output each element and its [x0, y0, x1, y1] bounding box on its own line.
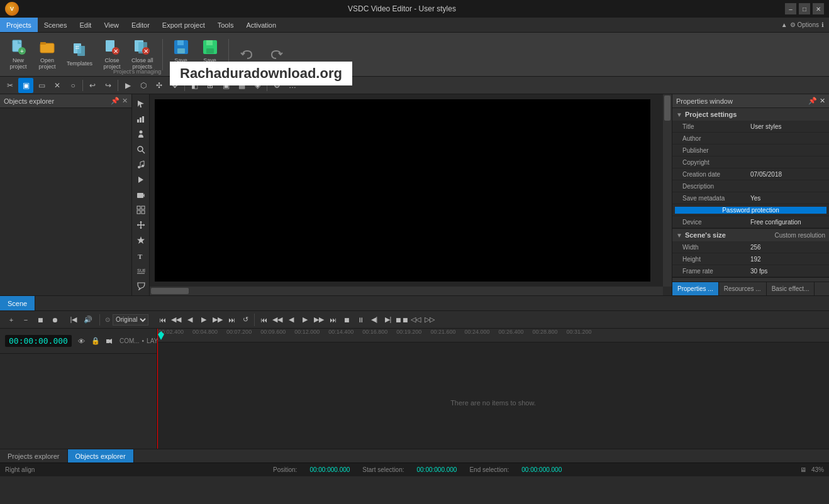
repeat-button[interactable]: ↺: [239, 314, 252, 326]
prop-height-value[interactable]: 192: [748, 256, 829, 263]
next-frame-button[interactable]: ▶▶: [211, 314, 224, 326]
pin-properties-button[interactable]: 📌: [808, 97, 817, 105]
close-button[interactable]: ✕: [813, 3, 824, 14]
save-project-button[interactable]: Saveproject: [168, 36, 194, 73]
delete-tool[interactable]: ✕: [50, 78, 65, 93]
step-prev[interactable]: ◀: [285, 314, 298, 326]
sidebar-star-tool[interactable]: [133, 233, 148, 247]
target-tool[interactable]: ◈: [250, 78, 265, 93]
record-button[interactable]: ⏺: [48, 314, 61, 326]
menu-view[interactable]: View: [97, 18, 125, 32]
password-protection-button[interactable]: Password protection: [675, 207, 826, 214]
play-from-start[interactable]: ⏮: [257, 314, 270, 326]
minimize-button[interactable]: –: [785, 3, 796, 14]
h-scrollbar[interactable]: [150, 287, 663, 295]
pause-btn[interactable]: ⏸: [354, 314, 367, 326]
step-back[interactable]: ◀◀: [271, 314, 284, 326]
play-end-button[interactable]: ⏭: [225, 314, 238, 326]
prop-title-value[interactable]: User styles: [748, 123, 829, 130]
step-end[interactable]: ⏭: [326, 314, 339, 326]
tab-basic-effects[interactable]: Basic effect...: [767, 282, 815, 295]
vol-btn[interactable]: 🔊: [82, 314, 94, 326]
new-project-button[interactable]: + Newproject: [5, 36, 31, 73]
menu-projects[interactable]: Projects: [0, 18, 38, 32]
sidebar-cursor-tool[interactable]: [133, 97, 148, 111]
close-objects-button[interactable]: ✕: [122, 97, 128, 105]
view-dropdown[interactable]: Original: [113, 314, 148, 326]
play-button[interactable]: ▶: [198, 314, 210, 326]
timeline-cursor-marker[interactable]: [157, 329, 165, 342]
undo-button[interactable]: [234, 36, 260, 73]
sidebar-chart-tool[interactable]: [133, 112, 148, 126]
menu-export[interactable]: Export project: [156, 18, 211, 32]
prop-framerate-value[interactable]: 30 fps: [748, 268, 829, 275]
grid-tool[interactable]: ⊞: [203, 78, 218, 93]
close-project-button[interactable]: ✕ Closeproject: [99, 36, 125, 73]
sidebar-music-tool[interactable]: [133, 158, 148, 172]
sidebar-camera-tool[interactable]: [133, 188, 148, 202]
audio-track-button[interactable]: [103, 335, 116, 348]
move-tool[interactable]: ✣: [152, 78, 167, 93]
tab-properties[interactable]: Properties ...: [672, 282, 719, 295]
prev-frame-button[interactable]: ◀: [184, 314, 196, 326]
skip-back-btn[interactable]: ◁◁: [409, 314, 422, 326]
prop-save-meta-value[interactable]: Yes: [748, 195, 829, 202]
prev-marker[interactable]: ◀|: [368, 314, 381, 326]
cross-tool[interactable]: ✥: [167, 78, 182, 93]
open-project-button[interactable]: Openproject: [34, 36, 60, 73]
sidebar-play-tool[interactable]: [133, 173, 148, 187]
maximize-button[interactable]: □: [799, 3, 810, 14]
scenes-size-header[interactable]: ▼ Scene's size Custom resolution: [672, 229, 829, 241]
undo-tool[interactable]: ↩: [85, 78, 100, 93]
templates-button[interactable]: Templates: [63, 36, 96, 73]
add-track-button[interactable]: +: [5, 314, 18, 326]
stop-button[interactable]: ⏹: [34, 314, 47, 326]
prop-creation-value[interactable]: 07/05/2018: [748, 171, 829, 178]
loop2-btn[interactable]: ⏹⏹: [396, 314, 408, 326]
hex-tool[interactable]: ⬡: [136, 78, 151, 93]
settings-tool[interactable]: ⚙: [269, 78, 284, 93]
next-marker[interactable]: ▶|: [382, 314, 394, 326]
v-scrollbar[interactable]: [663, 94, 672, 287]
remove-track-button[interactable]: −: [19, 314, 32, 326]
options-button[interactable]: ⚙ Options: [790, 21, 819, 28]
arrow-up-icon[interactable]: ▲: [781, 21, 787, 28]
info-icon[interactable]: ℹ: [821, 21, 824, 28]
prev-section-button[interactable]: ◀◀: [170, 314, 182, 326]
close-properties-button[interactable]: ✕: [820, 97, 825, 105]
project-settings-header[interactable]: ▼ Project settings: [672, 108, 829, 121]
sidebar-text-tool[interactable]: T: [133, 249, 148, 263]
redo-tool[interactable]: ↪: [101, 78, 116, 93]
close-all-projects-button[interactable]: ✕ Close allprojects: [128, 36, 157, 73]
tab-objects-explorer[interactable]: Objects explorer: [68, 449, 134, 463]
redo-button[interactable]: [263, 36, 289, 73]
step-next[interactable]: ▶▶: [313, 314, 325, 326]
step-play[interactable]: ▶: [299, 314, 311, 326]
pin-objects-button[interactable]: 📌: [111, 97, 120, 105]
scene-tab[interactable]: Scene: [0, 296, 35, 310]
split-v-tool[interactable]: ◧: [187, 78, 202, 93]
tab-resources[interactable]: Resources ...: [719, 282, 767, 295]
table-tool[interactable]: ▦: [234, 78, 249, 93]
sidebar-sub-tool[interactable]: SUB: [133, 264, 148, 278]
menu-activation[interactable]: Activation: [240, 18, 282, 32]
menu-editor[interactable]: Editor: [125, 18, 156, 32]
sidebar-grid2-tool[interactable]: [133, 203, 148, 217]
play-tool[interactable]: ▶: [120, 78, 135, 93]
rect2-tool[interactable]: ▣: [218, 78, 233, 93]
menu-edit[interactable]: Edit: [73, 18, 97, 32]
save-proj2-button[interactable]: Saveproje..: [197, 36, 223, 73]
prev-frame-skip[interactable]: |◀: [67, 314, 80, 326]
lock-button[interactable]: 🔒: [89, 335, 102, 348]
prop-device-value[interactable]: Free configuration: [748, 219, 829, 226]
select-tool[interactable]: ▣: [18, 78, 33, 93]
more-tool[interactable]: …: [285, 78, 300, 93]
circle-tool[interactable]: ○: [65, 78, 81, 93]
sidebar-person-tool[interactable]: [133, 127, 148, 141]
sidebar-zoom-tool[interactable]: [133, 142, 148, 156]
tab-projects-explorer[interactable]: Projects explorer: [0, 449, 68, 463]
prop-width-value[interactable]: 256: [748, 244, 829, 251]
sidebar-bubble-tool[interactable]: [133, 279, 148, 293]
eye-button[interactable]: 👁: [75, 335, 88, 348]
rect-tool[interactable]: ▭: [34, 78, 49, 93]
